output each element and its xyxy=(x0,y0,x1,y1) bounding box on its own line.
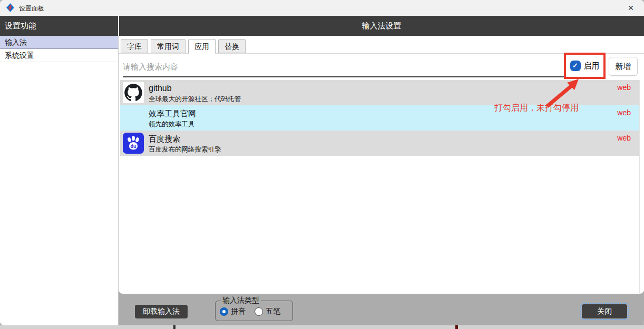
main-content: 字库 常用词 应用 替换 ✓ 启用 新增 github 全球最大的开源社区；代码… xyxy=(119,36,644,294)
sidebar-header: 设置功能 xyxy=(0,16,118,36)
radio-unselected-icon[interactable] xyxy=(255,307,263,316)
search-input[interactable] xyxy=(123,56,564,77)
tab-common-words[interactable]: 常用词 xyxy=(151,39,186,53)
radio-wubi[interactable]: 五笔 xyxy=(255,307,280,316)
svg-text:du: du xyxy=(131,144,136,149)
uninstall-ime-button[interactable]: 卸载输入法 xyxy=(135,305,188,318)
title-bar: 设置面板 × xyxy=(0,0,644,16)
radio-selected-icon[interactable] xyxy=(220,307,228,316)
list-item-baidu-search[interactable]: du 百度搜索 百度发布的网络搜索引擎 web xyxy=(120,131,639,156)
ime-type-fieldset: 输入法类型 拼音 五笔 xyxy=(215,296,293,321)
sidebar-item-input-method[interactable]: 输入法 xyxy=(0,36,118,49)
ime-type-radio-group: 拼音 五笔 xyxy=(220,307,288,316)
list-item-title: 效率工具官网 xyxy=(149,109,196,119)
footer-bar: 卸载输入法 输入法类型 拼音 五笔 关闭 xyxy=(119,291,644,325)
tab-dictionary[interactable]: 字库 xyxy=(121,39,148,53)
list-item-tag: web xyxy=(617,108,631,117)
tab-applications[interactable]: 应用 xyxy=(188,39,216,54)
tab-bar: 字库 常用词 应用 替换 xyxy=(121,39,246,54)
enable-checkbox[interactable]: ✓ xyxy=(570,61,581,71)
sidebar-item-system-settings[interactable]: 系统设置 xyxy=(0,49,118,62)
tab-replace[interactable]: 替换 xyxy=(218,39,246,53)
app-logo-icon xyxy=(6,3,15,12)
background-window-fragment xyxy=(173,325,175,329)
page-title: 输入法设置 xyxy=(119,16,644,36)
list-item-subtitle: 领先的效率工具 xyxy=(149,120,195,129)
radio-pinyin[interactable]: 拼音 xyxy=(220,307,246,316)
settings-panel-window: 设置面板 × 设置功能 输入法设置 输入法 系统设置 字库 常用词 应用 替换 … xyxy=(0,0,644,325)
add-button[interactable]: 新增 xyxy=(609,57,638,76)
sidebar: 输入法 系统设置 xyxy=(0,36,119,325)
list-item-tag: web xyxy=(617,83,631,92)
background-window-fragment xyxy=(455,325,458,329)
github-logo-icon xyxy=(123,82,144,103)
window-title: 设置面板 xyxy=(19,4,44,13)
annotation-arrow-icon xyxy=(538,74,588,111)
list-item-subtitle: 全球最大的开源社区；代码托管 xyxy=(149,95,241,104)
list-item-subtitle: 百度发布的网络搜索引擎 xyxy=(149,145,221,154)
close-window-button[interactable]: × xyxy=(622,0,640,16)
list-item-tag: web xyxy=(617,134,631,142)
list-item-title: 百度搜索 xyxy=(149,134,180,144)
enable-checkbox-label: 启用 xyxy=(584,61,600,71)
radio-wubi-label: 五笔 xyxy=(266,307,280,316)
scrollbar-track[interactable] xyxy=(639,80,640,293)
baidu-logo-icon: du xyxy=(123,133,144,154)
desktop-background-strip xyxy=(0,325,644,329)
list-item-title: github xyxy=(149,84,172,93)
radio-pinyin-label: 拼音 xyxy=(231,307,246,316)
close-button[interactable]: 关闭 xyxy=(582,304,627,318)
ime-type-legend: 输入法类型 xyxy=(221,296,261,305)
